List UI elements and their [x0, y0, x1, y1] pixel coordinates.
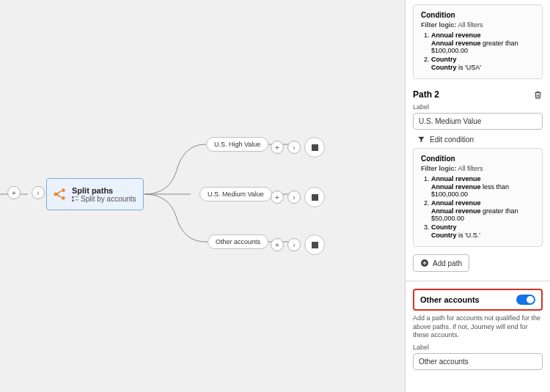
path-header: Path 2 [413, 89, 543, 100]
other-accounts-help: Add a path for accounts not qualified fo… [413, 314, 543, 340]
filter-logic: Filter logic: All filters [421, 165, 535, 172]
svg-point-2 [62, 197, 65, 199]
svg-point-1 [62, 189, 65, 191]
stop-icon [312, 144, 318, 151]
other-accounts-toggle[interactable] [516, 295, 535, 305]
svg-rect-3 [72, 196, 74, 198]
condition-item: Annual revenueAnnual revenue greater tha… [431, 32, 535, 54]
edit-condition-button[interactable]: Edit condition [417, 136, 543, 144]
condition-box-path1: Condition Filter logic: All filters Annu… [413, 4, 543, 79]
trash-icon[interactable] [533, 90, 543, 100]
filter-logic: Filter logic: All filters [421, 21, 535, 29]
end-node[interactable] [304, 234, 325, 255]
add-step-icon[interactable]: + [271, 141, 284, 154]
journey-canvas[interactable]: + › Split paths Split by accounts U.S. H… [0, 0, 405, 392]
other-accounts-section: Other accounts [413, 289, 543, 311]
other-label-input[interactable] [413, 353, 543, 370]
split-icon [53, 188, 66, 201]
add-step-icon[interactable]: + [271, 238, 284, 251]
split-title: Split paths [72, 186, 136, 195]
split-subtitle: Split by accounts [72, 195, 136, 203]
split-paths-node[interactable]: Split paths Split by accounts [46, 178, 144, 210]
condition-heading: Condition [421, 11, 535, 19]
condition-item: Annual revenueAnnual revenue less than $… [431, 175, 535, 198]
list-icon [72, 196, 78, 202]
condition-item: CountryCountry is 'U.S.' [431, 223, 535, 239]
svg-rect-5 [72, 199, 74, 201]
filter-icon [417, 136, 425, 144]
path-bubble-2[interactable]: U.S. Medium Value [199, 187, 272, 201]
chevron-right-icon: › [287, 141, 301, 154]
stop-icon [312, 242, 318, 248]
add-path-button[interactable]: Add path [413, 254, 469, 272]
properties-sidebar: Condition Filter logic: All filters Annu… [405, 0, 550, 392]
chevron-right-icon: › [287, 191, 301, 204]
path-label-input[interactable] [413, 113, 543, 130]
label-caption: Label [413, 103, 543, 111]
svg-rect-6 [76, 199, 79, 200]
chevron-right-icon: › [32, 186, 45, 199]
chevron-right-icon: › [287, 238, 301, 251]
path-bubble-3[interactable]: Other accounts [208, 234, 268, 249]
add-step-icon[interactable]: + [271, 191, 284, 204]
svg-rect-4 [76, 196, 79, 196]
stop-icon [312, 194, 318, 201]
svg-point-0 [54, 193, 56, 196]
label-caption: Label [413, 344, 543, 351]
divider [406, 281, 550, 281]
add-step-icon[interactable]: + [7, 186, 21, 199]
path-heading: Path 2 [413, 89, 439, 100]
condition-box-path2: Condition Filter logic: All filters Annu… [413, 148, 543, 247]
condition-item: CountryCountry is 'USA' [431, 56, 535, 71]
end-node[interactable] [304, 137, 325, 158]
path-bubble-1[interactable]: U.S. High Value [206, 137, 268, 152]
end-node[interactable] [304, 187, 325, 207]
condition-heading: Condition [421, 155, 535, 163]
plus-circle-icon [420, 259, 429, 267]
condition-item: Annual revenueAnnual revenue greater tha… [431, 199, 535, 222]
other-accounts-heading: Other accounts [420, 295, 480, 304]
